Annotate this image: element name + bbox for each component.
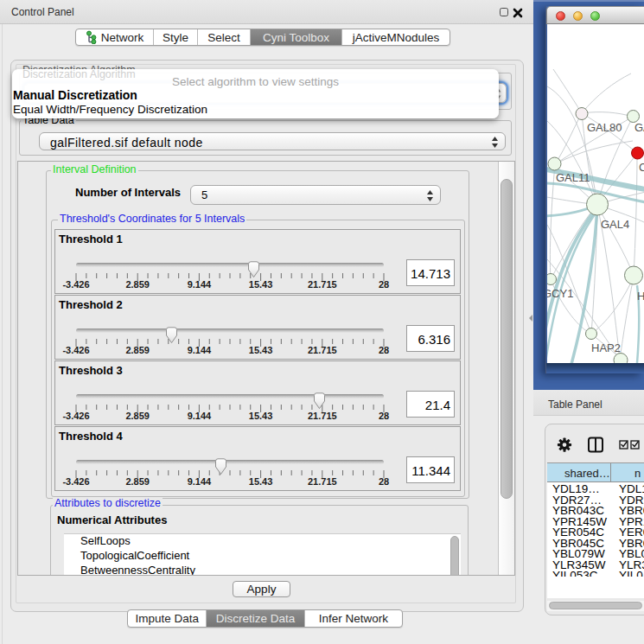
- svg-text:GA: GA: [634, 121, 644, 134]
- svg-text:GAL80: GAL80: [587, 121, 622, 134]
- svg-text:GAL11: GAL11: [556, 171, 590, 184]
- svg-text:GAL4: GAL4: [601, 218, 629, 231]
- svg-text:HAP2: HAP2: [591, 341, 621, 354]
- svg-text:GCY1: GCY1: [547, 287, 573, 300]
- svg-text:C: C: [639, 161, 644, 174]
- svg-text:H: H: [637, 290, 644, 303]
